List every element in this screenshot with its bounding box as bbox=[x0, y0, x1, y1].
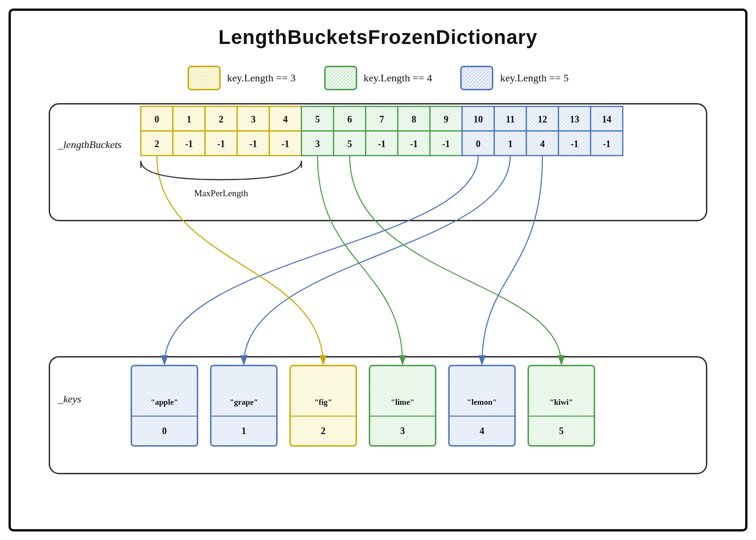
keys-container bbox=[49, 356, 707, 474]
page-title: LengthBucketsFrozenDictionary bbox=[11, 11, 745, 49]
legend-label-yellow: key.Length == 3 bbox=[227, 72, 296, 84]
legend-label-green: key.Length == 4 bbox=[364, 72, 432, 84]
brace-label: MaxPerLength bbox=[157, 106, 318, 147]
svg-rect-1 bbox=[189, 67, 219, 90]
svg-rect-3 bbox=[326, 67, 356, 90]
legend-item-green: key.Length == 4 bbox=[324, 66, 432, 90]
svg-rect-5 bbox=[462, 67, 492, 90]
legend: key.Length == 3 key.Length == 4 key.Leng… bbox=[11, 66, 745, 90]
array-container bbox=[49, 103, 707, 221]
legend-item-blue: key.Length == 5 bbox=[460, 66, 568, 90]
legend-box-blue bbox=[460, 66, 493, 90]
array-label: _lengthBuckets bbox=[58, 139, 121, 151]
legend-label-blue: key.Length == 5 bbox=[500, 72, 568, 84]
legend-box-yellow bbox=[188, 66, 221, 90]
legend-item-yellow: key.Length == 3 bbox=[188, 66, 296, 90]
legend-box-green bbox=[324, 66, 357, 90]
outer-border: LengthBucketsFrozenDictionary key.Length… bbox=[9, 9, 747, 531]
keys-label: _keys bbox=[58, 393, 81, 405]
